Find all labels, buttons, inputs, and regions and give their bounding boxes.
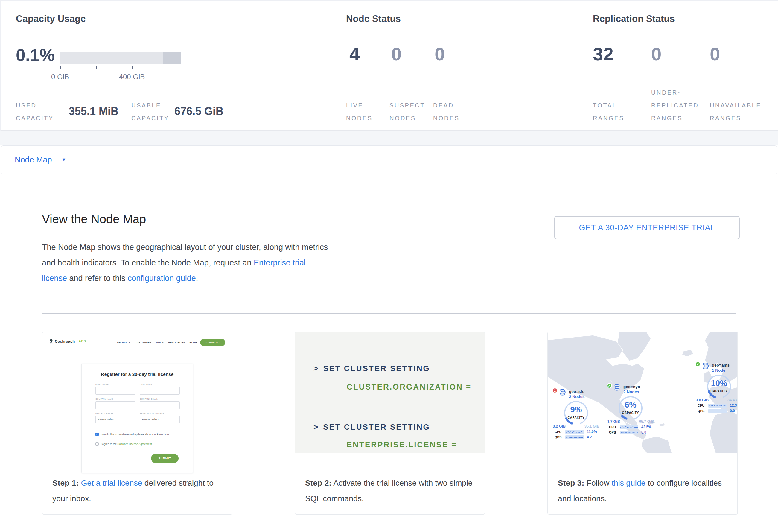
capacity-tick bbox=[96, 66, 97, 69]
capacity-bar-reserved-segment bbox=[163, 52, 181, 64]
intro-description: The Node Map shows the geographical layo… bbox=[42, 239, 330, 286]
under-replicated-count: 0 bbox=[651, 44, 662, 65]
software-license-agreement-link: Software License Agreement bbox=[118, 443, 152, 446]
node-map-dropdown-label: Node Map bbox=[15, 155, 52, 165]
used-capacity-value: 355.1 MiB bbox=[69, 105, 119, 118]
healthy-check-icon: ✓ bbox=[695, 362, 701, 367]
cluster-overview-page: Capacity Usage 0.1% 0 GiB 400 GiB USED C… bbox=[0, 0, 778, 532]
minisite-nav: Cockroach LABS PRODUCT CUSTOMERS DOCS RE… bbox=[43, 332, 232, 351]
node-map-dropdown[interactable]: Node Map ▼ bbox=[1, 145, 777, 174]
sql-code-block: >SET CLUSTER SETTING CLUSTER.ORGANIZATIO… bbox=[295, 332, 484, 453]
cpu-metric: CPU 42.5% bbox=[609, 425, 664, 429]
capacity-bar bbox=[60, 52, 181, 64]
usable-capacity-label: USABLE CAPACITY bbox=[131, 99, 169, 125]
section-divider bbox=[42, 313, 736, 314]
trial-form-title: Register for a 30-day trial license bbox=[82, 372, 193, 377]
total-ranges-label: TOTAL RANGES bbox=[593, 99, 624, 125]
map-node-ams: ✓ geo=ams 1 Node bbox=[695, 363, 737, 413]
sql-line-2: CLUSTER.ORGANIZATION = bbox=[347, 382, 471, 392]
under-replicated-label: UNDER- REPLICATED RANGES bbox=[651, 86, 699, 125]
first-name-field: FIRST NAME bbox=[95, 384, 136, 395]
capacity-usage-title: Capacity Usage bbox=[16, 13, 86, 24]
usable-capacity-value: 676.5 GiB bbox=[174, 105, 223, 118]
sql-line-1: >SET CLUSTER SETTING bbox=[313, 364, 430, 373]
healthy-check-icon: ✓ bbox=[607, 383, 612, 388]
get-trial-license-link[interactable]: Get a trial license bbox=[81, 478, 142, 487]
database-stack-icon bbox=[614, 384, 621, 391]
cpu-sparkline-icon bbox=[620, 425, 638, 429]
capacity-tick-label-400: 400 GiB bbox=[111, 73, 153, 81]
suspect-nodes-count: 0 bbox=[391, 44, 401, 65]
project-phase-select: PROJECT PHASE Please Select bbox=[95, 412, 136, 424]
cluster-summary-panel: Capacity Usage 0.1% 0 GiB 400 GiB USED C… bbox=[1, 1, 778, 131]
warning-badge-icon: 1 bbox=[552, 388, 557, 393]
capacity-tick bbox=[168, 66, 168, 69]
minisite-nav-links: PRODUCT CUSTOMERS DOCS RESOURCES BLOG bbox=[117, 341, 197, 344]
panel-spacer-band bbox=[0, 131, 778, 145]
step2-caption: Step 2: Activate the trial license with … bbox=[305, 475, 476, 506]
database-stack-icon bbox=[559, 389, 567, 396]
dead-nodes-label: DEAD NODES bbox=[433, 99, 460, 125]
cockroach-bug-icon bbox=[49, 339, 54, 344]
qps-metric: QPS 4.7 bbox=[555, 435, 609, 439]
chevron-down-icon: ▼ bbox=[62, 157, 66, 162]
capacity-gauge: 10% CAPACITY bbox=[700, 374, 737, 399]
qps-sparkline-icon bbox=[565, 435, 584, 439]
qps-sparkline-icon bbox=[708, 409, 727, 413]
capacity-tick-label-0: 0 GiB bbox=[39, 73, 81, 81]
capacity-gauge: 6% CAPACITY bbox=[611, 395, 650, 421]
email-updates-checkbox-row: ✓ I would like to receive email updates … bbox=[95, 433, 170, 436]
qps-metric: QPS 0.0 bbox=[609, 430, 664, 435]
capacity-tick bbox=[132, 66, 133, 69]
step1-caption: Step 1: Get a trial license delivered st… bbox=[52, 475, 223, 506]
total-ranges-count: 32 bbox=[593, 44, 614, 65]
license-agreement-checkbox-row: I agree to the Software License Agreemen… bbox=[95, 442, 153, 446]
live-nodes-label: LIVE NODES bbox=[346, 99, 373, 125]
map-node-nyc: ✓ geo=nyc 2 Nodes bbox=[607, 384, 664, 435]
live-nodes-count: 4 bbox=[349, 44, 360, 65]
cockroach-labs-logo: Cockroach LABS bbox=[49, 339, 86, 344]
company-name-field: COMPANY NAME bbox=[95, 398, 136, 409]
unavailable-ranges-count: 0 bbox=[710, 44, 720, 65]
cpu-sparkline-icon bbox=[708, 404, 727, 407]
step2-card: >SET CLUSTER SETTING CLUSTER.ORGANIZATIO… bbox=[295, 331, 485, 515]
map-node-sfo: 1 geo=sfo 2 Nodes bbox=[552, 389, 609, 439]
qps-metric: QPS 0.0 bbox=[698, 409, 737, 413]
step3-card: 1 geo=sfo 2 Nodes bbox=[547, 331, 738, 515]
minisite-download-button: DOWNLOAD bbox=[200, 339, 225, 346]
reason-for-interest-select: REASON FOR INTEREST Please Select bbox=[140, 412, 180, 424]
capacity-gauge: 9% CAPACITY bbox=[557, 400, 595, 426]
suspect-nodes-label: SUSPECT NODES bbox=[389, 99, 425, 125]
unavailable-ranges-label: UNAVAILABLE RANGES bbox=[710, 99, 761, 125]
sql-line-3: >SET CLUSTER SETTING bbox=[313, 423, 430, 432]
trial-license-form: Register for a 30-day trial license FIRS… bbox=[81, 364, 193, 473]
capacity-tick bbox=[60, 66, 61, 69]
trial-form-fields: FIRST NAME LAST NAME COMPANY NAME COMPAN… bbox=[95, 384, 180, 424]
minisite-nav-product: PRODUCT bbox=[117, 341, 131, 344]
cpu-sparkline-icon bbox=[565, 430, 584, 434]
database-stack-icon bbox=[702, 363, 710, 370]
get-enterprise-trial-button[interactable]: GET A 30-DAY ENTERPRISE TRIAL bbox=[554, 216, 740, 239]
company-email-field: COMPANY EMAIL bbox=[140, 398, 180, 409]
minisite-submit-button: SUBMIT bbox=[151, 454, 178, 463]
this-guide-link[interactable]: this guide bbox=[612, 478, 645, 487]
node-status-title: Node Status bbox=[346, 13, 401, 24]
step1-card: Cockroach LABS PRODUCT CUSTOMERS DOCS RE… bbox=[42, 331, 232, 515]
sql-line-4: ENTERPRISE.LICENSE = bbox=[347, 440, 457, 449]
replication-status-title: Replication Status bbox=[593, 13, 675, 24]
minisite-nav-blog: BLOG bbox=[189, 341, 197, 344]
step3-caption: Step 3: Follow this guide to configure l… bbox=[558, 475, 728, 506]
page-title: View the Node Map bbox=[42, 213, 146, 226]
capacity-percent: 0.1% bbox=[16, 45, 55, 65]
node-map-preview: 1 geo=sfo 2 Nodes bbox=[548, 332, 737, 453]
last-name-field: LAST NAME bbox=[140, 384, 180, 395]
cpu-metric: CPU 11.0% bbox=[555, 430, 609, 434]
minisite-nav-resources: RESOURCES bbox=[168, 341, 185, 344]
used-capacity-label: USED CAPACITY bbox=[16, 99, 54, 125]
qps-sparkline-icon bbox=[620, 431, 638, 435]
minisite-nav-docs: DOCS bbox=[156, 341, 164, 344]
configuration-guide-link[interactable]: configuration guide bbox=[128, 274, 196, 283]
checkbox-empty-icon bbox=[95, 442, 99, 446]
checkbox-checked-icon: ✓ bbox=[95, 433, 99, 436]
cpu-metric: CPU 12.3% bbox=[698, 403, 737, 407]
